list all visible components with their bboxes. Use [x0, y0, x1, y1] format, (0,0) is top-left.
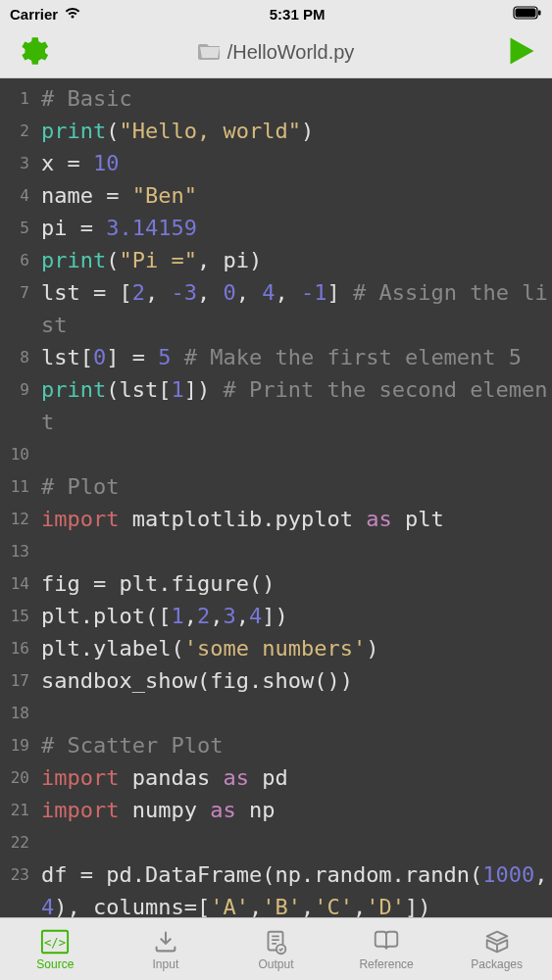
status-bar: Carrier 5:31 PM — [0, 0, 552, 27]
tab-reference[interactable]: Reference — [331, 918, 442, 980]
filename-label: /HelloWorld.py — [227, 41, 355, 64]
code-content[interactable]: # Basicprint("Hello, world")x = 10name =… — [35, 78, 552, 917]
svg-rect-1 — [516, 8, 536, 17]
tab-bar: </> Source Input Output Reference Packag… — [0, 917, 552, 980]
svg-text:</>: </> — [44, 935, 66, 949]
settings-button[interactable] — [14, 33, 49, 73]
carrier-label: Carrier — [10, 6, 58, 23]
tab-input[interactable]: Input — [111, 918, 222, 980]
code-editor[interactable]: 123456789101112131415161718192021222324 … — [0, 78, 552, 917]
battery-icon — [513, 6, 542, 23]
tab-label: Output — [258, 957, 293, 971]
folder-icon — [198, 40, 222, 65]
tab-label: Reference — [359, 957, 413, 971]
run-button[interactable] — [503, 33, 538, 73]
file-title[interactable]: /HelloWorld.py — [198, 40, 355, 65]
header-toolbar: /HelloWorld.py — [0, 27, 552, 78]
svg-rect-2 — [538, 10, 541, 15]
tab-packages[interactable]: Packages — [441, 918, 552, 980]
wifi-icon — [64, 6, 81, 23]
tab-label: Packages — [471, 957, 523, 971]
line-gutter: 123456789101112131415161718192021222324 — [0, 78, 35, 917]
tab-label: Input — [153, 957, 179, 971]
clock-label: 5:31 PM — [270, 6, 326, 23]
tab-source[interactable]: </> Source — [0, 918, 111, 980]
tab-output[interactable]: Output — [221, 918, 331, 980]
tab-label: Source — [36, 957, 74, 971]
